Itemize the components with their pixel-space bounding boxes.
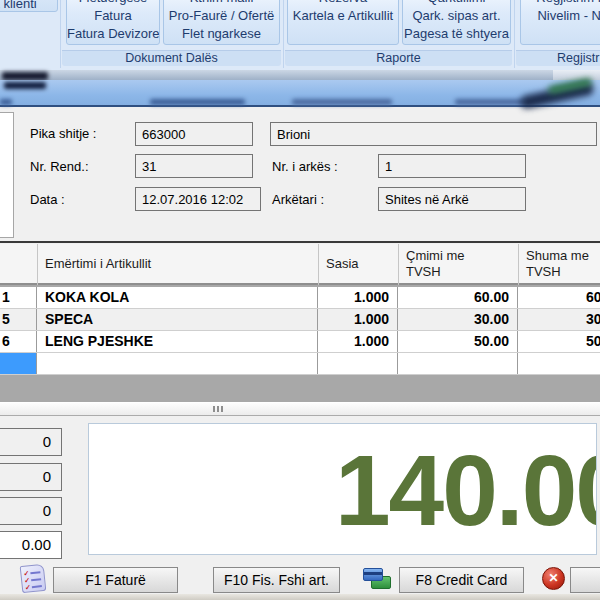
close-icon[interactable]: ✕	[542, 567, 565, 590]
ribbon-line	[288, 25, 398, 43]
item-total-cell: 30.00	[518, 309, 600, 330]
ribbon-toolbar: ga klienti Fletdergese Fatura Fatura Dev…	[0, 0, 600, 70]
col-header-qty[interactable]: Sasia	[326, 256, 359, 272]
nr-arkes-field[interactable]: 1	[378, 154, 526, 178]
ribbon-button-qarkullimi[interactable]: Qarkullimi Qark. sipas art. Pagesa të sh…	[402, 0, 511, 45]
f8-credit-card-button[interactable]: F8 Credit Card	[399, 567, 524, 593]
item-qty-cell: 1.000	[318, 287, 398, 308]
col-header-total[interactable]: Shuma me TVSH	[526, 248, 600, 280]
pos-window: ga klienti Fletdergese Fatura Fatura Dev…	[0, 0, 600, 600]
f1-fature-button[interactable]: F1 Faturë	[53, 567, 178, 593]
table-header-row: Emërtimi i Artikullit Sasia Çmimi me TVS…	[0, 244, 600, 285]
ribbon-line: Fatura	[67, 7, 159, 25]
ribbon-button-label: ga klienti	[0, 0, 37, 11]
ribbon-button-fatura[interactable]: Fletdergese Fatura Fatura Devizore	[66, 0, 160, 45]
ribbon-separator	[514, 0, 515, 68]
table-row-empty[interactable]	[0, 353, 600, 375]
clipped-right-button[interactable]	[570, 567, 600, 593]
row-number-cell: 1	[0, 287, 37, 308]
credit-card-icon	[363, 567, 391, 591]
ribbon-line	[521, 25, 600, 43]
ribbon-group-raporte: Raporte	[285, 50, 512, 66]
item-name-cell: KOKA KOLA	[37, 287, 318, 308]
nr-arkes-label: Nr. i arkës :	[272, 159, 338, 174]
table-row[interactable]: 6 LENG PJESHKE 1.000 50.00 50.00	[0, 331, 600, 353]
ribbon-button-kartela[interactable]: Rezerva Kartela e Artikullit	[287, 0, 399, 45]
total-field-1[interactable]: 0	[0, 428, 62, 456]
ribbon-line: Fatura Devizore	[67, 25, 159, 43]
blurred-text	[455, 99, 525, 105]
item-total-cell: 50.00	[518, 331, 600, 352]
item-price-cell: 30.00	[398, 309, 518, 330]
ribbon-line: Flet ngarkese	[164, 25, 279, 43]
item-name-cell: SPECA	[37, 309, 318, 330]
item-price-cell: 60.00	[398, 287, 518, 308]
blurred-text	[150, 99, 245, 105]
grand-total-display: 140.00	[88, 423, 597, 555]
row-number-cell: 6	[0, 331, 37, 352]
ribbon-line: Pagesa të shtyera	[403, 25, 510, 43]
ribbon-line: Qark. sipas art.	[403, 7, 510, 25]
pika-shitje-name-field[interactable]: Brioni	[270, 122, 597, 146]
item-price-cell	[398, 353, 518, 374]
ribbon-separator	[283, 0, 284, 68]
item-total-cell	[518, 353, 600, 374]
ribbon-line: Nivelim - Ndr	[521, 7, 600, 25]
payment-amount-field[interactable]: 0.00	[0, 531, 62, 559]
blurred-text	[292, 99, 392, 105]
item-qty-cell: 1.000	[318, 331, 398, 352]
data-field[interactable]: 12.07.2016 12:02	[135, 187, 261, 211]
horizontal-splitter[interactable]	[0, 402, 600, 416]
window-chrome-bar	[0, 70, 600, 80]
invoice-checklist-icon: ✓ ✓ ✓	[20, 564, 47, 593]
table-row[interactable]: 5 SPECA 1.000 30.00 30.00	[0, 309, 600, 331]
selected-cell[interactable]	[0, 353, 37, 374]
item-qty-cell	[318, 353, 398, 374]
ribbon-button-pro-faure[interactable]: Kthim malli Pro-Faurë / Ofertë Flet ngar…	[163, 0, 280, 45]
item-price-cell: 50.00	[398, 331, 518, 352]
window-bottom-edge	[0, 594, 600, 600]
ribbon-line: Regjistrim Ku	[521, 0, 600, 7]
blurred-app-title	[2, 72, 48, 80]
pika-shitje-code-field[interactable]: 663000	[135, 122, 253, 146]
col-header-name[interactable]: Emërtimi i Artikullit	[45, 256, 151, 272]
nr-rend-field[interactable]: 31	[135, 154, 253, 178]
nr-rend-label: Nr. Rend.:	[30, 159, 89, 174]
ribbon-line: Kartela e Artikullit	[288, 7, 398, 25]
pika-shitje-label: Pika shitje :	[30, 126, 96, 141]
items-table: Emërtimi i Artikullit Sasia Çmimi me TVS…	[0, 244, 600, 402]
ribbon-group-regjistrime: Regjistr	[516, 50, 600, 66]
blurred-company-name	[4, 82, 46, 89]
f10-fshi-art-button[interactable]: F10 Fis. Fshi art.	[213, 567, 340, 593]
item-qty-cell: 1.000	[318, 309, 398, 330]
blurred-text	[0, 99, 12, 105]
item-name-cell: LENG PJESHKE	[37, 331, 318, 352]
total-field-2[interactable]: 0	[0, 463, 62, 491]
ribbon-line: Rezerva	[288, 0, 398, 7]
ribbon-button-nga-klienti[interactable]: ga klienti	[0, 0, 58, 12]
row-number-cell: 5	[0, 309, 37, 330]
data-label: Data :	[30, 192, 65, 207]
ribbon-separator	[60, 0, 61, 68]
item-total-cell: 60.00	[518, 287, 600, 308]
table-row[interactable]: 1 KOKA KOLA 1.000 60.00 60.00	[0, 287, 600, 309]
ribbon-button-nivelim[interactable]: Regjistrim Ku Nivelim - Ndr	[520, 0, 600, 45]
left-panel-strip	[0, 112, 14, 238]
splitter-grip-icon	[213, 406, 223, 412]
table-top-divider	[0, 241, 600, 243]
ribbon-line: Pro-Faurë / Ofertë	[164, 7, 279, 25]
ribbon-line: Fletdergese	[67, 0, 159, 7]
ribbon-line: Qarkullimi	[403, 0, 510, 7]
ribbon-group-dokument-dales: Dokument Dalës	[62, 50, 281, 66]
arketari-label: Arkëtari :	[272, 192, 324, 207]
ribbon-line: Kthim malli	[164, 0, 279, 7]
grand-total-value: 140.00	[335, 440, 597, 540]
item-name-cell	[37, 353, 318, 374]
company-banner	[0, 80, 600, 107]
total-field-3[interactable]: 0	[0, 497, 62, 525]
arketari-field[interactable]: Shites në Arkë	[378, 187, 526, 211]
col-header-price[interactable]: Çmimi me TVSH	[406, 248, 478, 280]
window-chrome-segment	[553, 70, 600, 80]
